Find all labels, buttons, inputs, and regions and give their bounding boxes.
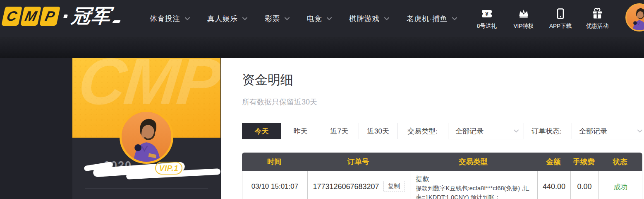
tab-yesterday[interactable]: 昨天 bbox=[281, 123, 320, 139]
top-navbar: C M P 冠军 体育投注 真人娱乐 彩票 电竞 棋牌游戏 老虎机·捕鱼 bbox=[0, 0, 644, 37]
vip-level-badge: VIP.1 bbox=[155, 162, 182, 175]
column-header-status: 状态 bbox=[598, 153, 642, 171]
main-nav-menu: 体育投注 真人娱乐 彩票 电竞 棋牌游戏 老虎机·捕鱼 bbox=[150, 0, 457, 37]
quick-link-vip[interactable]: VIP特权 bbox=[511, 8, 536, 30]
transaction-type-select[interactable]: 全部记录 bbox=[448, 123, 524, 139]
cell-status: 成功 bbox=[598, 171, 643, 199]
logo-letter-box: P bbox=[39, 7, 60, 26]
chevron-down-icon bbox=[327, 17, 332, 20]
logo-letter-box: C bbox=[1, 7, 22, 26]
nav-item-label: 老虎机·捕鱼 bbox=[407, 14, 448, 24]
quick-link-label: 8号送礼 bbox=[477, 22, 497, 30]
table-row: 03/10 15:01:07 1773126067683207 复制 提款 提款… bbox=[242, 171, 642, 199]
vip-level-label: VIP.1 bbox=[159, 164, 179, 173]
nav-item-board-games[interactable]: 棋牌游戏 bbox=[349, 14, 389, 24]
column-header-time: 时间 bbox=[242, 153, 307, 171]
profile-avatar[interactable] bbox=[120, 110, 173, 164]
player-avatar-image bbox=[627, 5, 644, 30]
order-status-select[interactable]: 全部记录 bbox=[572, 123, 644, 139]
column-header-order-id: 订单号 bbox=[307, 153, 409, 171]
chevron-down-icon bbox=[384, 17, 389, 20]
header-shadow-band bbox=[0, 37, 644, 58]
nav-item-label: 真人娱乐 bbox=[207, 14, 238, 24]
column-header-amount: 金额 bbox=[537, 153, 570, 171]
funds-detail-panel: 资金明细 所有数据只保留近30天 今天 昨天 近7天 近30天 交易类型: 全部… bbox=[221, 58, 644, 199]
logo-letter: P bbox=[43, 8, 56, 24]
nav-item-label: 棋牌游戏 bbox=[349, 14, 380, 24]
table-header-row: 时间 订单号 交易类型 金额 手续费 状态 bbox=[242, 153, 642, 171]
transaction-type-description: 提款到数字K豆钱包:ecfa8f***cf68(免提) ,汇率=1KDDT:1.… bbox=[416, 184, 532, 199]
cell-order-id: 1773126067683207 复制 bbox=[307, 171, 410, 199]
quick-link-label: APP下载 bbox=[549, 22, 572, 30]
transaction-type-title: 提款 bbox=[416, 174, 532, 184]
tab-last-7-days[interactable]: 近7天 bbox=[320, 123, 359, 139]
crown-icon bbox=[518, 8, 529, 19]
logo-dash bbox=[112, 20, 121, 23]
player-avatar-image bbox=[122, 112, 171, 162]
nav-item-label: 电竞 bbox=[307, 14, 322, 24]
nav-item-live-casino[interactable]: 真人娱乐 bbox=[207, 14, 247, 24]
column-header-type: 交易类型 bbox=[409, 153, 537, 171]
copy-button[interactable]: 复制 bbox=[383, 181, 405, 192]
nav-item-sports[interactable]: 体育投注 bbox=[150, 14, 190, 24]
user-avatar[interactable] bbox=[625, 3, 644, 32]
brand-logo[interactable]: C M P 冠军 bbox=[3, 5, 120, 27]
ticket-yuan-icon: ¥ bbox=[481, 8, 493, 19]
nav-item-label: 体育投注 bbox=[150, 14, 180, 24]
quick-link-label: 优惠活动 bbox=[586, 22, 608, 30]
transaction-type-label: 交易类型: bbox=[407, 126, 438, 136]
select-value: 全部记录 bbox=[579, 126, 607, 136]
order-status-label: 订单状态: bbox=[531, 126, 562, 136]
chevron-down-icon bbox=[452, 17, 457, 20]
logo-dot bbox=[63, 15, 68, 18]
gift-icon bbox=[591, 8, 603, 19]
quick-link-gift8[interactable]: ¥ 8号送礼 bbox=[474, 8, 499, 30]
tab-last-30-days[interactable]: 近30天 bbox=[359, 123, 398, 139]
nav-item-lottery[interactable]: 彩票 bbox=[265, 14, 290, 24]
quick-link-promotions[interactable]: 优惠活动 bbox=[585, 8, 610, 30]
logo-letter-box: M bbox=[20, 7, 41, 26]
profile-card: CMP 0020 VIP.1 bbox=[72, 58, 220, 199]
phone-icon bbox=[555, 8, 566, 19]
tab-today[interactable]: 今天 bbox=[242, 123, 281, 139]
chevron-down-icon bbox=[514, 129, 519, 133]
nav-item-slots-fishing[interactable]: 老虎机·捕鱼 bbox=[407, 14, 457, 24]
card-divider bbox=[85, 188, 208, 189]
cell-amount: 440.00 bbox=[537, 171, 570, 199]
date-range-tabs: 今天 昨天 近7天 近30天 bbox=[242, 123, 398, 139]
chevron-down-icon bbox=[242, 17, 247, 20]
order-id-text: 1773126067683207 bbox=[313, 182, 379, 191]
select-value: 全部记录 bbox=[455, 126, 484, 136]
cell-fee: 0.00 bbox=[570, 171, 598, 199]
logo-letter: M bbox=[24, 8, 38, 24]
page-subtitle: 所有数据只保留近30天 bbox=[242, 97, 317, 107]
quick-link-label: VIP特权 bbox=[514, 22, 534, 30]
quick-link-app-download[interactable]: APP下载 bbox=[548, 8, 573, 30]
logo-letter: C bbox=[5, 8, 19, 24]
chevron-down-icon bbox=[285, 17, 290, 20]
nav-item-esports[interactable]: 电竞 bbox=[307, 14, 332, 24]
quick-links: ¥ 8号送礼 VIP特权 APP下载 bbox=[474, 0, 610, 37]
chevron-down-icon bbox=[637, 129, 642, 133]
cell-transaction-type: 提款 提款到数字K豆钱包:ecfa8f***cf68(免提) ,汇率=1KDDT… bbox=[410, 171, 537, 199]
cell-time: 03/10 15:01:07 bbox=[242, 171, 307, 199]
svg-text:¥: ¥ bbox=[485, 11, 488, 17]
nav-item-label: 彩票 bbox=[265, 14, 280, 24]
column-header-fee: 手续费 bbox=[570, 153, 598, 171]
page-title: 资金明细 bbox=[242, 71, 293, 89]
logo-brand-name: 冠军 bbox=[70, 3, 113, 29]
chevron-down-icon bbox=[185, 17, 190, 20]
